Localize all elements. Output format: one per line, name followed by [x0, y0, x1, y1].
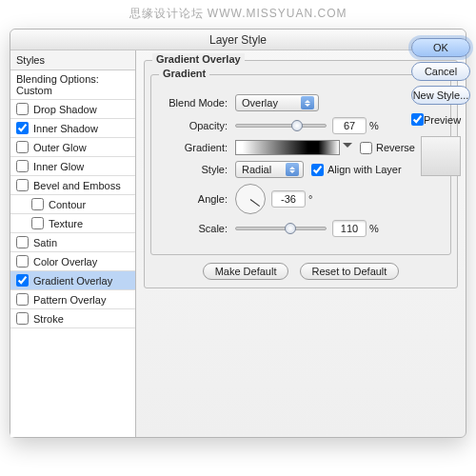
- style-label: Gradient Overlay: [33, 275, 112, 287]
- gradient-legend: Gradient: [159, 68, 209, 79]
- dialog-title: Layer Style: [10, 30, 466, 50]
- gradient-fieldset: Gradient Blend Mode: Overlay Opacity: 67…: [150, 74, 451, 255]
- watermark-text: 思缘设计论坛 WWW.MISSYUAN.COM: [0, 6, 476, 22]
- dropdown-icon: [301, 96, 314, 109]
- style-value: Radial: [242, 164, 271, 175]
- style-select[interactable]: Radial: [235, 161, 304, 178]
- cancel-button[interactable]: Cancel: [411, 62, 470, 81]
- blend-mode-select[interactable]: Overlay: [235, 94, 319, 111]
- style-row-pattern-overlay[interactable]: Pattern Overlay: [10, 290, 135, 309]
- style-label: Contour: [49, 199, 86, 210]
- new-style-button[interactable]: New Style...: [411, 86, 470, 105]
- style-row-drop-shadow[interactable]: Drop Shadow: [10, 100, 135, 119]
- blend-mode-value: Overlay: [242, 97, 278, 109]
- gradient-dropdown-icon[interactable]: [343, 143, 352, 152]
- style-checkbox[interactable]: [16, 179, 29, 191]
- style-checkbox[interactable]: [16, 255, 29, 268]
- style-checkbox[interactable]: [31, 217, 44, 229]
- style-row-gradient-overlay[interactable]: Gradient Overlay: [10, 271, 135, 290]
- scale-slider[interactable]: [235, 227, 327, 230]
- style-checkbox[interactable]: [16, 103, 29, 115]
- gradient-label: Gradient:: [159, 142, 228, 153]
- style-checkbox[interactable]: [16, 293, 29, 306]
- angle-label: Angle:: [159, 193, 228, 205]
- style-label: Pattern Overlay: [33, 294, 106, 306]
- dropdown-icon: [286, 163, 299, 176]
- right-button-column: OK Cancel New Style... Preview: [411, 38, 470, 176]
- style-row-texture[interactable]: Texture: [10, 214, 135, 233]
- default-buttons-row: Make Default Reset to Default: [150, 263, 451, 280]
- dialog-content: Styles Blending Options: Custom Drop Sha…: [10, 50, 466, 437]
- opacity-label: Opacity:: [159, 120, 228, 131]
- opacity-unit: %: [369, 120, 379, 131]
- angle-unit: °: [308, 193, 312, 205]
- opacity-thumb[interactable]: [291, 120, 303, 131]
- scale-unit: %: [369, 223, 379, 234]
- style-checkbox[interactable]: [16, 141, 29, 153]
- opacity-input[interactable]: 67: [332, 117, 367, 134]
- style-row-satin[interactable]: Satin: [10, 233, 135, 252]
- preview-label: Preview: [424, 114, 461, 126]
- style-checkbox[interactable]: [16, 160, 29, 172]
- reset-default-button[interactable]: Reset to Default: [300, 263, 400, 280]
- gradient-swatch[interactable]: [235, 140, 340, 155]
- reverse-label: Reverse: [376, 142, 415, 153]
- style-row-inner-glow[interactable]: Inner Glow: [10, 157, 135, 176]
- style-label: Texture: [49, 218, 83, 229]
- style-label: Drop Shadow: [33, 104, 97, 115]
- style-label: Style:: [159, 164, 228, 175]
- align-label: Align with Layer: [327, 164, 402, 175]
- reverse-checkbox[interactable]: [360, 142, 372, 154]
- style-label: Inner Shadow: [33, 123, 98, 134]
- preview-swatch: [421, 136, 461, 176]
- angle-input[interactable]: -36: [271, 190, 306, 208]
- scale-thumb[interactable]: [285, 223, 296, 234]
- preview-row: Preview: [411, 113, 470, 126]
- style-checkbox[interactable]: [16, 122, 29, 134]
- style-label: Outer Glow: [33, 142, 87, 153]
- style-label: Inner Glow: [33, 161, 84, 172]
- align-checkbox[interactable]: [311, 164, 324, 176]
- sidebar-header[interactable]: Styles: [10, 50, 135, 70]
- blend-mode-label: Blend Mode:: [159, 97, 228, 109]
- blending-options-row[interactable]: Blending Options: Custom: [10, 70, 135, 100]
- style-row-bevel-and-emboss[interactable]: Bevel and Emboss: [10, 176, 135, 195]
- style-row-color-overlay[interactable]: Color Overlay: [10, 252, 135, 271]
- style-label: Satin: [33, 237, 57, 248]
- style-row-inner-shadow[interactable]: Inner Shadow: [10, 119, 135, 138]
- style-checkbox[interactable]: [16, 236, 29, 248]
- preview-checkbox[interactable]: [411, 113, 424, 126]
- style-row-outer-glow[interactable]: Outer Glow: [10, 138, 135, 157]
- make-default-button[interactable]: Make Default: [203, 263, 289, 280]
- scale-label: Scale:: [159, 223, 228, 234]
- style-row-contour[interactable]: Contour: [10, 195, 135, 214]
- style-checkbox[interactable]: [16, 274, 29, 287]
- style-label: Stroke: [33, 313, 64, 325]
- layer-style-dialog: Layer Style Styles Blending Options: Cus…: [10, 29, 466, 438]
- style-checkbox[interactable]: [31, 198, 44, 210]
- style-checkbox[interactable]: [16, 312, 29, 325]
- opacity-slider[interactable]: [235, 124, 327, 128]
- style-row-stroke[interactable]: Stroke: [10, 309, 135, 328]
- style-label: Color Overlay: [33, 256, 97, 268]
- style-label: Bevel and Emboss: [33, 180, 121, 191]
- angle-dial[interactable]: [235, 184, 266, 214]
- ok-button[interactable]: OK: [411, 38, 470, 57]
- group-legend: Gradient Overlay: [152, 53, 245, 65]
- scale-input[interactable]: 110: [332, 220, 367, 237]
- styles-sidebar: Styles Blending Options: Custom Drop Sha…: [10, 50, 136, 437]
